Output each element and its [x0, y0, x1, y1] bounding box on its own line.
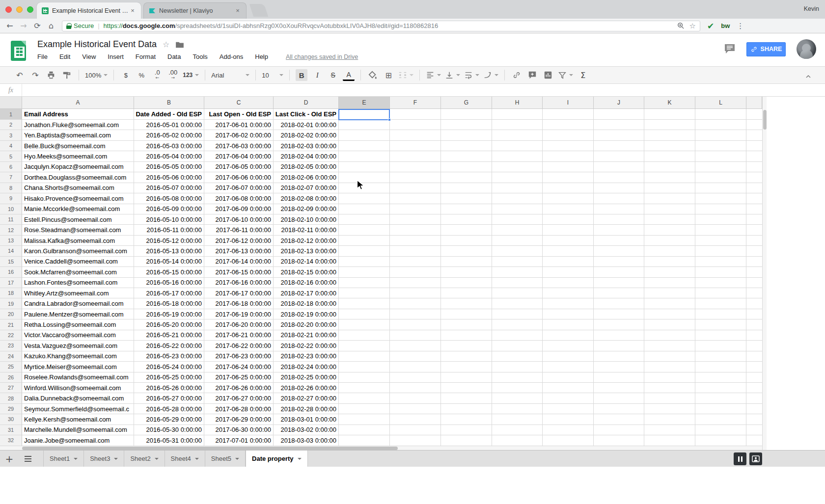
paint-format-button[interactable] — [61, 69, 73, 81]
text-wrap-button[interactable] — [464, 69, 479, 81]
cell-L1[interactable] — [695, 109, 746, 120]
cell-I19[interactable] — [543, 298, 594, 309]
cell-E17[interactable] — [339, 278, 390, 288]
cell-J20[interactable] — [594, 309, 644, 319]
cell-I6[interactable] — [543, 162, 594, 172]
cell-I22[interactable] — [543, 330, 594, 341]
browser-tab-sheets[interactable]: Example Historical Event Data × — [37, 2, 141, 19]
cell-H6[interactable] — [492, 162, 543, 172]
column-header-H[interactable]: H — [492, 97, 543, 109]
bold-button[interactable]: B — [296, 69, 307, 81]
forward-button[interactable]: → — [17, 21, 30, 30]
cell-D14[interactable]: 2018-02-13 0:00:00 — [274, 246, 339, 256]
cell-H9[interactable] — [492, 193, 543, 204]
cell-K22[interactable] — [644, 330, 695, 341]
cell-B20[interactable]: 2016-05-19 0:00:00 — [134, 309, 204, 319]
cell-J15[interactable] — [594, 257, 644, 267]
cell-I24[interactable] — [543, 351, 594, 362]
cell-L14[interactable] — [695, 246, 746, 256]
cell-G8[interactable] — [441, 183, 492, 193]
column-header-E[interactable]: E — [339, 97, 390, 109]
cell-F15[interactable] — [390, 257, 441, 267]
cell-G23[interactable] — [441, 341, 492, 351]
decrease-decimal-button[interactable]: .0← — [151, 69, 163, 81]
cell-K6[interactable] — [644, 162, 695, 172]
cell-J23[interactable] — [594, 341, 644, 351]
cell-A4[interactable]: Belle.Buck@someemail.com — [22, 141, 134, 151]
cell-J25[interactable] — [594, 362, 644, 372]
bookmark-star-icon[interactable]: ☆ — [689, 22, 696, 30]
cell-A3[interactable]: Yen.Baptista@someemail.com — [22, 130, 134, 140]
cell-E10[interactable] — [339, 204, 390, 214]
cell-F12[interactable] — [390, 225, 441, 235]
cell-B3[interactable]: 2016-05-02 0:00:00 — [134, 130, 204, 140]
cell-H15[interactable] — [492, 257, 543, 267]
cell-I11[interactable] — [543, 214, 594, 225]
cell-G6[interactable] — [441, 162, 492, 172]
cell-D11[interactable]: 2018-02-10 0:00:00 — [274, 214, 339, 225]
cell-L12[interactable] — [695, 225, 746, 235]
chevron-down-icon[interactable] — [298, 458, 302, 460]
cell-D17[interactable]: 2018-02-16 0:00:00 — [274, 278, 339, 288]
cell-B16[interactable]: 2016-05-15 0:00:00 — [134, 267, 204, 277]
chevron-down-icon[interactable] — [74, 458, 78, 460]
row-header-16[interactable]: 16 — [0, 267, 22, 277]
row-header-15[interactable]: 15 — [0, 257, 22, 267]
cell-L13[interactable] — [695, 236, 746, 246]
browser-tab-klaviyo[interactable]: Newsletter | Klaviyo × — [143, 2, 247, 19]
cell-D20[interactable]: 2018-02-19 0:00:00 — [274, 309, 339, 319]
cell-C28[interactable]: 2017-06-27 0:00:00 — [204, 393, 274, 403]
row-header-25[interactable]: 25 — [0, 362, 22, 372]
cell-K32[interactable] — [644, 435, 695, 446]
row-header-26[interactable]: 26 — [0, 372, 22, 383]
cell-H26[interactable] — [492, 372, 543, 383]
cell-D8[interactable]: 2018-02-07 0:00:00 — [274, 183, 339, 193]
text-color-button[interactable]: A — [343, 69, 355, 81]
cell-G22[interactable] — [441, 330, 492, 341]
cell-J2[interactable] — [594, 120, 644, 130]
cell-G3[interactable] — [441, 130, 492, 140]
cell-H32[interactable] — [492, 435, 543, 446]
cell-D18[interactable]: 2018-02-17 0:00:00 — [274, 288, 339, 298]
cell-E23[interactable] — [339, 341, 390, 351]
cell-K24[interactable] — [644, 351, 695, 362]
cell-L16[interactable] — [695, 267, 746, 277]
row-header-13[interactable]: 13 — [0, 236, 22, 246]
cell-E5[interactable] — [339, 151, 390, 161]
cell-B29[interactable]: 2016-05-28 0:00:00 — [134, 404, 204, 414]
cell-A31[interactable]: Marchelle.Mundell@someemail.com — [22, 425, 134, 435]
cell-J8[interactable] — [594, 183, 644, 193]
cell-B13[interactable]: 2016-05-12 0:00:00 — [134, 236, 204, 246]
cell-F23[interactable] — [390, 341, 441, 351]
cell-I18[interactable] — [543, 288, 594, 298]
cell-E20[interactable] — [339, 309, 390, 319]
cell-I15[interactable] — [543, 257, 594, 267]
address-bar[interactable]: Secure | https://docs.google.com /spread… — [62, 21, 700, 31]
reload-button[interactable]: ⟳ — [30, 21, 44, 30]
star-document-icon[interactable]: ☆ — [163, 40, 169, 49]
cell-L20[interactable] — [695, 309, 746, 319]
cell-L27[interactable] — [695, 383, 746, 393]
cell-C13[interactable]: 2017-06-12 0:00:00 — [204, 236, 274, 246]
cell-L18[interactable] — [695, 288, 746, 298]
cell-J18[interactable] — [594, 288, 644, 298]
cell-B19[interactable]: 2016-05-18 0:00:00 — [134, 298, 204, 309]
cell-H12[interactable] — [492, 225, 543, 235]
cell-E14[interactable] — [339, 246, 390, 256]
cell-I26[interactable] — [543, 372, 594, 383]
cell-B5[interactable]: 2016-05-04 0:00:00 — [134, 151, 204, 161]
font-select[interactable]: Arial — [211, 69, 249, 81]
extension-bw-icon[interactable]: bw — [721, 22, 730, 29]
cell-G4[interactable] — [441, 141, 492, 151]
cell-A14[interactable]: Karon.Gulbranson@someemail.com — [22, 246, 134, 256]
cell-K15[interactable] — [644, 257, 695, 267]
cell-A6[interactable]: Jacqulyn.Kopacz@someemail.com — [22, 162, 134, 172]
cell-L29[interactable] — [695, 404, 746, 414]
cell-D9[interactable]: 2018-02-08 0:00:00 — [274, 193, 339, 204]
cell-J5[interactable] — [594, 151, 644, 161]
cell-C10[interactable]: 2017-06-09 0:00:00 — [204, 204, 274, 214]
row-header-24[interactable]: 24 — [0, 351, 22, 362]
cell-G32[interactable] — [441, 435, 492, 446]
menu-view[interactable]: View — [82, 53, 96, 60]
cell-H17[interactable] — [492, 278, 543, 288]
